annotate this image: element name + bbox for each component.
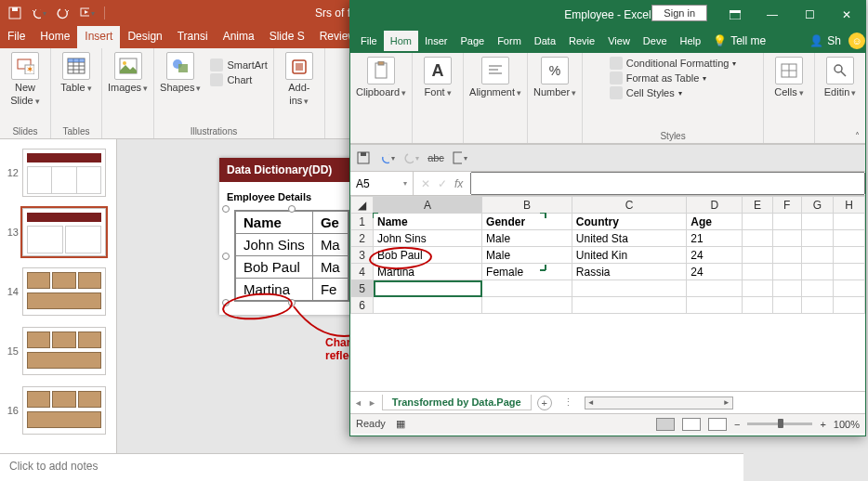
redo-icon[interactable] <box>56 6 71 20</box>
xl-tab-file[interactable]: File <box>354 31 384 51</box>
xl-tab-home[interactable]: Hom <box>384 31 418 51</box>
cell[interactable]: 24 <box>687 264 743 280</box>
borders-icon[interactable] <box>453 150 467 165</box>
save-icon[interactable] <box>356 150 371 165</box>
active-cell[interactable] <box>374 280 482 297</box>
cell[interactable]: Female <box>482 264 572 280</box>
editing-button[interactable]: Editin <box>821 57 860 98</box>
slide-thumbnails-pane[interactable]: 12 13 14 15 16 <box>0 139 117 453</box>
xl-tab-insert[interactable]: Inser <box>418 31 454 51</box>
xl-tab-help[interactable]: Help <box>674 31 708 51</box>
new-sheet-button[interactable]: + <box>537 396 552 410</box>
page-break-view-icon[interactable] <box>708 418 727 431</box>
cell[interactable] <box>834 264 865 280</box>
tab-scroll-left-icon[interactable]: ◄ <box>354 398 362 408</box>
xl-tab-data[interactable]: Data <box>528 31 562 51</box>
save-icon[interactable] <box>7 6 22 20</box>
xl-tab-pagelayout[interactable]: Page <box>454 31 491 51</box>
col-header[interactable]: B <box>482 197 572 214</box>
table-button[interactable]: Table <box>57 52 96 93</box>
cell[interactable] <box>743 280 772 297</box>
cell[interactable] <box>834 214 865 230</box>
col-header[interactable]: A <box>374 197 482 214</box>
embedded-table-object[interactable]: NameGe John SinsMa Bob PaulMa MartinaFe <box>227 210 357 302</box>
cell[interactable]: Male <box>482 230 572 247</box>
col-header[interactable]: H <box>834 197 865 214</box>
row-header[interactable]: 6 <box>351 297 374 314</box>
cell[interactable] <box>834 230 865 247</box>
thumbnail-12[interactable]: 12 <box>0 143 116 202</box>
tab-slideshow[interactable]: Slide S <box>262 26 312 48</box>
cell-styles-button[interactable]: Cell Styles ▾ <box>610 86 737 99</box>
cell[interactable]: United Sta <box>572 230 686 247</box>
shapes-button[interactable]: Shapes <box>160 52 201 93</box>
cell[interactable] <box>801 297 834 314</box>
cells-button[interactable]: Cells <box>769 57 809 98</box>
undo-icon[interactable] <box>380 150 395 165</box>
thumbnail-14[interactable]: 14 <box>0 262 116 321</box>
enter-icon[interactable]: ✓ <box>438 177 447 190</box>
row-header[interactable]: 4 <box>351 264 374 280</box>
resize-handle[interactable] <box>288 205 296 213</box>
fx-icon[interactable]: fx <box>454 177 463 190</box>
clipboard-button[interactable]: Clipboard <box>356 57 406 98</box>
undo-icon[interactable] <box>32 6 46 20</box>
cell[interactable] <box>772 214 801 230</box>
cell[interactable]: 21 <box>687 230 743 247</box>
strikethrough-icon[interactable]: abc <box>428 150 443 165</box>
horizontal-scrollbar[interactable]: ◄► <box>585 396 733 410</box>
macro-record-icon[interactable]: ▦ <box>396 418 405 429</box>
cell[interactable]: Rassia <box>572 264 686 280</box>
cell[interactable] <box>482 297 572 314</box>
tab-home[interactable]: Home <box>33 26 77 48</box>
sheet-tab[interactable]: Transformed by Data.Page <box>382 395 532 410</box>
tab-scroll-right-icon[interactable]: ► <box>368 398 376 408</box>
thumbnail-15[interactable]: 15 <box>0 321 116 381</box>
close-icon[interactable]: ✕ <box>828 1 865 29</box>
formula-input[interactable] <box>470 172 865 195</box>
feedback-smiley-icon[interactable]: ☺ <box>848 32 865 49</box>
smartart-button[interactable]: SmartArt <box>210 58 267 72</box>
cell[interactable] <box>572 280 686 297</box>
start-from-beginning-icon[interactable] <box>80 6 95 20</box>
cell[interactable] <box>772 247 801 264</box>
tellme-button[interactable]: 💡Tell me <box>713 34 766 47</box>
select-all-corner[interactable]: ◢ <box>351 197 374 214</box>
cell[interactable]: Gender <box>482 214 572 230</box>
zoom-in-icon[interactable]: + <box>820 419 825 430</box>
cell[interactable] <box>743 297 772 314</box>
cell[interactable] <box>743 247 772 264</box>
ribbon-display-options-icon[interactable] <box>717 1 754 29</box>
minimize-icon[interactable]: — <box>754 1 791 29</box>
number-button[interactable]: %Number <box>533 57 576 98</box>
format-as-table-button[interactable]: Format as Table ▾ <box>610 72 737 84</box>
tab-file[interactable]: File <box>0 26 33 48</box>
share-button[interactable]: 👤Sh <box>809 34 841 47</box>
cell[interactable] <box>374 297 482 314</box>
cell[interactable] <box>743 264 772 280</box>
tab-transitions[interactable]: Transi <box>170 26 216 48</box>
col-header[interactable]: E <box>743 197 772 214</box>
cell[interactable] <box>743 214 772 230</box>
cell[interactable] <box>772 297 801 314</box>
collapse-ribbon-icon[interactable]: ˄ <box>855 131 860 141</box>
conditional-formatting-button[interactable]: Conditional Formatting ▾ <box>610 57 737 70</box>
row-header[interactable]: 5 <box>351 280 374 297</box>
name-box[interactable]: A5▾ <box>350 172 414 195</box>
zoom-out-icon[interactable]: − <box>734 419 740 430</box>
cell[interactable] <box>743 230 772 247</box>
maximize-icon[interactable]: ☐ <box>791 1 828 29</box>
cell[interactable] <box>801 247 834 264</box>
page-layout-view-icon[interactable] <box>682 418 701 431</box>
cell[interactable] <box>482 280 572 297</box>
cell[interactable] <box>801 230 834 247</box>
cell[interactable] <box>834 297 865 314</box>
cell[interactable]: United Kin <box>572 247 686 264</box>
cell[interactable]: Name <box>374 214 482 230</box>
cell[interactable] <box>834 280 865 297</box>
col-header[interactable]: G <box>801 197 834 214</box>
col-header[interactable]: C <box>572 197 686 214</box>
cell[interactable] <box>801 214 834 230</box>
xl-tab-formulas[interactable]: Form <box>491 31 528 51</box>
cell[interactable] <box>572 297 686 314</box>
